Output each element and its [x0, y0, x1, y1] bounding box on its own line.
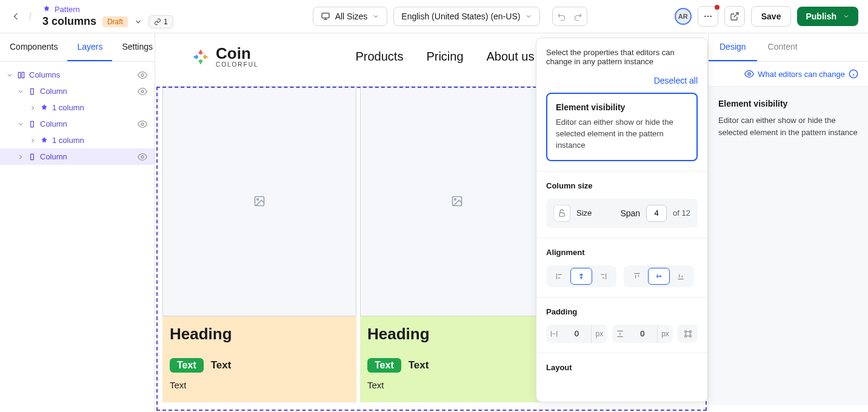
align-bottom-button[interactable]: [670, 268, 692, 285]
column-icon: [28, 153, 36, 161]
expand-icon: [684, 330, 692, 338]
tab-design[interactable]: Design: [709, 33, 757, 61]
padding-vertical-icon: [612, 330, 628, 338]
tree-root-columns[interactable]: Columns: [0, 67, 155, 83]
align-middle-button[interactable]: [648, 268, 670, 285]
text-badge[interactable]: Text: [170, 358, 204, 373]
padding-unit[interactable]: px: [657, 325, 673, 343]
chevron-down-icon: [372, 13, 379, 20]
tree-label: Column: [40, 119, 67, 128]
svg-rect-19: [559, 213, 564, 216]
tab-components[interactable]: Components: [0, 33, 67, 61]
tree-label: Columns: [29, 70, 60, 79]
padding-horizontal-input[interactable]: [562, 325, 591, 343]
info-icon: [849, 69, 858, 79]
link-icon: [154, 18, 161, 25]
nav-products[interactable]: Products: [355, 50, 403, 64]
brand-subtitle: COLORFUL: [216, 61, 258, 68]
tree-column-2[interactable]: Column: [0, 116, 155, 132]
tree-column-1[interactable]: Column: [0, 83, 155, 99]
publish-button[interactable]: Publish: [797, 7, 858, 26]
redo-button[interactable]: [571, 10, 584, 23]
chevron-down-icon: [17, 121, 24, 128]
align-center-button[interactable]: [570, 268, 592, 285]
tree-pattern-2[interactable]: 1 column: [0, 132, 155, 148]
chevron-down-icon: [6, 71, 13, 79]
svg-rect-7: [31, 88, 34, 94]
text-badge[interactable]: Text: [367, 358, 401, 373]
status-badge: Draft: [102, 16, 128, 27]
brand: Coin COLORFUL: [192, 45, 258, 68]
span-input[interactable]: [646, 205, 667, 222]
visibility-title: Element visibility: [556, 102, 688, 112]
undo-icon: [557, 12, 567, 21]
padding-vertical-input[interactable]: [628, 325, 657, 343]
tree-column-3[interactable]: Column: [0, 148, 155, 165]
nav-pricing[interactable]: Pricing: [426, 50, 463, 64]
visibility-toggle[interactable]: [138, 119, 147, 129]
locale-select[interactable]: English (United States) (en-US): [393, 7, 540, 26]
columns-icon: [17, 71, 25, 79]
visibility-toggle[interactable]: [138, 152, 147, 162]
align-top-button[interactable]: [626, 268, 648, 285]
breadcrumb-divider: /: [29, 12, 32, 21]
svg-point-16: [455, 199, 456, 201]
link-count: 1: [164, 18, 168, 26]
visibility-toggle[interactable]: [138, 87, 147, 96]
align-left-icon: [555, 272, 564, 281]
visibility-card[interactable]: Element visibility Editor can either sho…: [546, 93, 698, 161]
viewport-size-label: All Sizes: [335, 12, 368, 21]
more-icon: [703, 12, 713, 21]
padding-expand-button[interactable]: [678, 325, 698, 343]
span-total: of 12: [673, 208, 690, 218]
undo-button[interactable]: [555, 10, 569, 23]
back-button[interactable]: [10, 10, 22, 22]
tree-label: Column: [40, 87, 67, 96]
locale-label: English (United States) (en-US): [401, 12, 520, 21]
text-label[interactable]: Text: [367, 380, 547, 390]
editors-can-change-link[interactable]: What editors can change: [709, 62, 868, 87]
chevron-down-icon: [17, 88, 24, 95]
size-lock-button[interactable]: [553, 205, 570, 222]
svg-point-3: [710, 16, 712, 18]
tree-label: 1 column: [52, 136, 84, 145]
svg-rect-11: [31, 154, 34, 159]
padding-title: Padding: [546, 307, 698, 316]
tab-layers[interactable]: Layers: [67, 33, 112, 61]
link-references-chip[interactable]: 1: [149, 15, 173, 28]
nav-about[interactable]: About us: [487, 50, 535, 64]
align-left-button[interactable]: [549, 268, 570, 285]
canvas-column-2[interactable]: Heading Text Text Text: [360, 86, 558, 402]
tree-label: Column: [40, 152, 67, 161]
viewport-size-select[interactable]: All Sizes: [313, 7, 388, 26]
pattern-crumb[interactable]: Pattern: [42, 5, 173, 14]
brand-name: Coin: [216, 45, 258, 61]
text-label[interactable]: Text: [211, 359, 232, 371]
chevron-right-icon: [29, 104, 36, 111]
title-menu-button[interactable]: [134, 18, 142, 26]
tree-pattern-1[interactable]: 1 column: [0, 99, 155, 116]
deselect-all-link[interactable]: Deselect all: [536, 76, 707, 93]
alignment-title: Alignment: [546, 248, 698, 257]
image-placeholder[interactable]: [360, 86, 554, 316]
text-label[interactable]: Text: [170, 380, 349, 390]
align-right-button[interactable]: [592, 268, 614, 285]
padding-unit[interactable]: px: [591, 325, 607, 343]
column-heading[interactable]: Heading: [170, 325, 349, 344]
column-heading[interactable]: Heading: [367, 325, 547, 344]
svg-point-8: [141, 90, 144, 93]
canvas-column-1[interactable]: Heading Text Text Text: [162, 86, 360, 402]
column-size-title: Column size: [546, 181, 698, 190]
visibility-toggle[interactable]: [138, 70, 147, 80]
avatar[interactable]: AR: [675, 8, 692, 25]
align-bottom-icon: [676, 272, 685, 281]
more-button[interactable]: [698, 6, 718, 27]
text-label[interactable]: Text: [409, 359, 429, 371]
open-external-button[interactable]: [724, 6, 745, 27]
tab-content[interactable]: Content: [757, 33, 809, 61]
save-button[interactable]: Save: [751, 6, 792, 27]
svg-rect-0: [322, 13, 329, 18]
properties-intro: Select the properties that editors can c…: [536, 38, 707, 76]
svg-rect-4: [18, 72, 20, 78]
image-placeholder[interactable]: [162, 86, 356, 316]
